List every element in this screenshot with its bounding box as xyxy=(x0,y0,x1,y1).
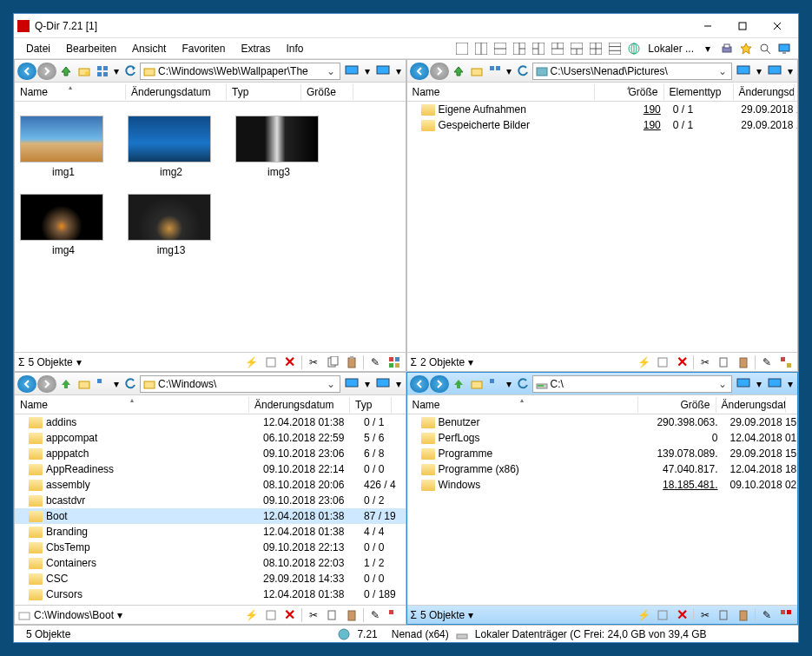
grid-icon[interactable] xyxy=(386,355,402,370)
menu-view[interactable]: Ansicht xyxy=(125,40,173,57)
view-dropdown-icon[interactable]: ▾ xyxy=(112,375,121,393)
filter-icon[interactable] xyxy=(263,355,279,370)
delete-icon[interactable]: ✕ xyxy=(282,355,298,370)
monitor-2-icon[interactable] xyxy=(764,63,785,80)
up-icon[interactable] xyxy=(450,63,467,80)
edit-icon[interactable]: ✎ xyxy=(759,355,775,370)
monitor-icon[interactable] xyxy=(776,41,792,56)
cut-icon[interactable]: ✂ xyxy=(306,355,321,370)
monitor-2-icon[interactable] xyxy=(764,375,785,393)
delete-icon[interactable]: ✕ xyxy=(674,355,690,370)
refresh-icon[interactable] xyxy=(122,63,139,80)
delete-icon[interactable]: ✕ xyxy=(674,607,690,623)
col-date[interactable]: Änderungsd xyxy=(734,84,795,100)
col-date[interactable]: Änderungsdatum xyxy=(249,397,350,413)
dd-icon[interactable]: ▾ xyxy=(394,375,403,393)
monitor-1-icon[interactable] xyxy=(341,63,362,80)
maximize-button[interactable] xyxy=(725,16,760,36)
edit-icon[interactable]: ✎ xyxy=(759,607,775,623)
dd-icon[interactable]: ▾ xyxy=(786,63,795,80)
list-item[interactable]: bcastdvr09.10.2018 23:060 / 2 xyxy=(15,493,406,508)
view-mode-icon[interactable] xyxy=(486,63,504,80)
up-icon[interactable] xyxy=(57,375,75,393)
paste-icon[interactable] xyxy=(736,355,751,370)
col-date[interactable]: Änderungsdat xyxy=(716,397,786,413)
status-dropdown-icon[interactable]: ▾ xyxy=(76,356,82,368)
copy-icon[interactable] xyxy=(716,355,732,370)
refresh-icon[interactable] xyxy=(514,63,531,80)
back-button[interactable] xyxy=(17,375,36,393)
paste-icon[interactable] xyxy=(344,607,360,623)
list-item[interactable]: CSC29.09.2018 14:330 / 0 xyxy=(15,571,406,586)
cut-icon[interactable]: ✂ xyxy=(697,607,713,623)
back-button[interactable] xyxy=(410,375,429,393)
list-item[interactable]: apppatch09.10.2018 23:066 / 8 xyxy=(15,446,406,461)
back-button[interactable] xyxy=(17,63,36,80)
flash-icon[interactable]: ⚡ xyxy=(636,607,651,623)
search-icon[interactable] xyxy=(757,41,773,56)
thumbnail-item[interactable]: img2 xyxy=(128,116,215,178)
flash-icon[interactable]: ⚡ xyxy=(244,607,260,623)
list-item[interactable]: Benutzer290.398.063.29.09.2018 15: xyxy=(407,414,798,430)
address-dropdown-icon[interactable]: ⌄ xyxy=(325,65,337,77)
network-icon[interactable] xyxy=(626,41,642,56)
list-item[interactable]: AppReadiness09.10.2018 22:140 / 0 xyxy=(15,461,406,477)
menu-favorites[interactable]: Favoriten xyxy=(175,40,232,57)
grid-icon[interactable] xyxy=(386,607,402,623)
list-item[interactable]: CbsTemp09.10.2018 22:130 / 0 xyxy=(15,540,406,555)
minimize-button[interactable] xyxy=(690,16,725,36)
status-dropdown-icon[interactable]: ▾ xyxy=(117,609,122,621)
monitor-1-icon[interactable] xyxy=(733,63,754,80)
chevron-down-icon[interactable]: ▾ xyxy=(700,41,716,56)
list-item[interactable]: PerfLogs012.04.2018 01: xyxy=(407,430,798,446)
folder-star-icon[interactable] xyxy=(76,375,93,393)
filter-icon[interactable] xyxy=(655,607,670,623)
status-dropdown-icon[interactable]: ▾ xyxy=(468,356,473,368)
list-item[interactable]: Containers08.10.2018 22:031 / 2 xyxy=(15,555,406,571)
cut-icon[interactable]: ✂ xyxy=(697,355,713,370)
status-dropdown-icon[interactable]: ▾ xyxy=(468,609,473,621)
dd-icon[interactable]: ▾ xyxy=(786,375,795,393)
cut-icon[interactable]: ✂ xyxy=(306,607,321,623)
list-item[interactable]: Windows18.185.481.09.10.2018 02: xyxy=(407,477,798,493)
paste-icon[interactable] xyxy=(736,607,751,623)
forward-button[interactable] xyxy=(430,375,449,393)
view-1-dropdown-icon[interactable]: ▾ xyxy=(363,63,372,80)
flash-icon[interactable]: ⚡ xyxy=(636,355,651,370)
col-size[interactable]: Größe xyxy=(638,397,716,413)
list-item[interactable]: Eigene Aufnahmen1900 / 129.09.2018 14 xyxy=(407,102,798,117)
address-bar[interactable]: C:\ ⌄ xyxy=(532,375,733,393)
edit-icon[interactable]: ✎ xyxy=(367,355,383,370)
col-name[interactable]: Name▴ xyxy=(15,397,249,413)
list-item[interactable]: Gespeicherte Bilder1900 / 129.09.2018 14 xyxy=(407,117,798,133)
view-dropdown-icon[interactable]: ▾ xyxy=(505,63,513,80)
up-icon[interactable] xyxy=(57,63,75,80)
list-item[interactable]: assembly08.10.2018 20:06426 / 4 xyxy=(15,477,406,493)
refresh-icon[interactable] xyxy=(122,375,139,393)
list-item[interactable]: Programme139.078.089.29.09.2018 15: xyxy=(407,446,798,461)
thumbnail-item[interactable]: img3 xyxy=(235,116,322,178)
address-dropdown-icon[interactable]: ⌄ xyxy=(716,65,729,77)
view-mode-icon[interactable] xyxy=(94,63,111,80)
col-type[interactable]: Typ xyxy=(227,84,301,100)
view-mode-icon[interactable] xyxy=(486,375,504,393)
col-name[interactable]: Name▴ xyxy=(407,397,638,413)
dd-icon[interactable]: ▾ xyxy=(755,63,763,80)
filter-icon[interactable] xyxy=(263,607,279,623)
monitor-2-icon[interactable] xyxy=(373,375,393,393)
menu-extras[interactable]: Extras xyxy=(234,40,277,57)
col-size[interactable]: Größe xyxy=(301,84,353,100)
copy-icon[interactable] xyxy=(325,355,340,370)
view-dropdown-icon[interactable]: ▾ xyxy=(505,375,513,393)
folder-star-icon[interactable] xyxy=(468,375,485,393)
address-dropdown-icon[interactable]: ⌄ xyxy=(716,378,729,390)
grid-icon[interactable] xyxy=(778,607,794,623)
monitor-2-icon[interactable] xyxy=(373,63,393,80)
layout-2v-icon[interactable] xyxy=(473,41,489,56)
view-2-dropdown-icon[interactable]: ▾ xyxy=(394,63,403,80)
view-mode-icon[interactable] xyxy=(94,375,111,393)
address-bar[interactable]: C:\Windows\ ⌄ xyxy=(140,375,340,393)
layout-3d-icon[interactable] xyxy=(569,41,584,56)
forward-button[interactable] xyxy=(37,375,56,393)
thumbnail-item[interactable]: img13 xyxy=(128,194,215,256)
